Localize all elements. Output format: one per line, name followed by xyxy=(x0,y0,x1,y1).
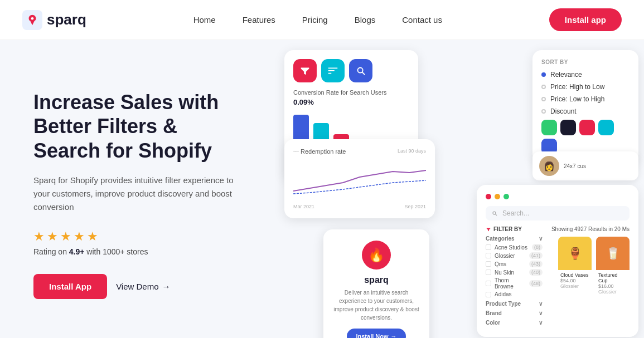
star-1: ★ xyxy=(33,229,45,244)
star-2: ★ xyxy=(47,229,58,244)
navbar: sparq Home Features Pricing Blogs Contac… xyxy=(0,0,644,40)
chart-pct: 0.09% xyxy=(293,98,409,106)
filter-col: FILTER BY Categories ∨ Acne Studios (8) … xyxy=(486,226,543,328)
product-brand-0: Glossier xyxy=(560,283,589,289)
logo-text: sparq xyxy=(47,11,86,28)
products-col: Showing 4927 Results in 20 Ms 🏺 Cloud Va… xyxy=(543,226,630,297)
logo[interactable]: sparq xyxy=(22,10,86,30)
swatch-2[interactable] xyxy=(579,120,595,135)
sort-radio-3 xyxy=(541,109,546,114)
window-dots xyxy=(486,194,630,199)
promo-card: 🔥 sparq Deliver an intuitive search expe… xyxy=(323,229,429,338)
avatar-badge: 👩 24x7 cus xyxy=(532,151,638,180)
product-price-1: $16.00 xyxy=(598,283,627,289)
filter-item-4[interactable]: Thom Browne (48) xyxy=(486,277,543,290)
product-name-0: Cloud Vases xyxy=(560,272,589,278)
nav-blogs[interactable]: Blogs xyxy=(355,15,376,25)
color-label: Color ∨ xyxy=(486,320,543,326)
nav-home[interactable]: Home xyxy=(193,15,216,25)
svg-point-0 xyxy=(31,17,34,19)
nav-install-button[interactable]: Install app xyxy=(549,8,622,31)
avatar: 👩 xyxy=(539,156,559,176)
avatar-label: 24x7 cus xyxy=(564,163,586,169)
hero-subtitle: Sparq for Shopify provides intuitive fil… xyxy=(33,174,245,214)
checkbox-0[interactable] xyxy=(486,244,491,250)
sort-title: SORT BY xyxy=(541,59,630,65)
swatch-0[interactable] xyxy=(541,120,557,135)
product-grid: 🏺 Cloud Vases $54.00 Glossier 🥛 Textured… xyxy=(558,237,630,297)
install-app-button[interactable]: Install App xyxy=(33,274,107,299)
nav-contact[interactable]: Contact us xyxy=(402,15,442,25)
search-icon-card xyxy=(349,59,372,82)
results-text: Showing 4927 Results in 20 Ms xyxy=(547,226,630,232)
svg-point-1 xyxy=(358,68,363,73)
sort-card: SORT BY Relevance Price: High to Low Pri… xyxy=(532,50,638,163)
arrow-icon: → xyxy=(162,282,171,291)
chevron-down-icon-2: ∨ xyxy=(539,301,543,307)
line-dates: Mar 2021 Sep 2021 xyxy=(293,204,426,209)
search-placeholder: Search... xyxy=(502,209,529,217)
line-chart-area xyxy=(293,160,426,199)
product-brand-1: Glossier xyxy=(598,289,627,295)
checkbox-1[interactable] xyxy=(486,253,491,258)
checkbox-4[interactable] xyxy=(486,281,491,286)
filter-panel-card: Search... FILTER BY Categories ∨ Acne St… xyxy=(477,185,638,337)
hero-right: Conversion Rate for Search Users 0.09% S… xyxy=(268,40,644,338)
product-price-0: $54.00 xyxy=(560,278,589,283)
chevron-down-icon-4: ∨ xyxy=(539,320,543,326)
chart-title: Conversion Rate for Search Users xyxy=(293,89,409,96)
sort-item-1[interactable]: Price: High to Low xyxy=(541,83,630,91)
sort-label-3: Discount xyxy=(550,107,577,115)
sort-radio-1 xyxy=(541,85,546,89)
checkbox-3[interactable] xyxy=(486,270,491,275)
dot-red xyxy=(486,194,491,199)
product-name-1: Textured Cup xyxy=(598,272,627,283)
sort-label-2: Price: Low to High xyxy=(550,95,604,103)
star-3: ★ xyxy=(60,229,71,244)
rating-text: Rating on 4.9+ with 1000+ stores xyxy=(33,247,245,256)
hero-section: Increase Sales with Better Filters & Sea… xyxy=(0,40,644,338)
product-img-0: 🏺 xyxy=(558,237,592,270)
filter-item-2[interactable]: Qms (43) xyxy=(486,261,543,267)
color-swatches xyxy=(541,120,630,154)
line-chart-title: 〰 Redemption rate Last 90 days xyxy=(293,148,426,155)
nav-features[interactable]: Features xyxy=(243,15,275,25)
filter-item-5[interactable]: Adidas xyxy=(486,291,543,297)
date-end: Sep 2021 xyxy=(404,204,426,209)
promo-install-button[interactable]: Install Now → xyxy=(347,329,405,338)
sort-label-0: Relevance xyxy=(550,71,582,79)
chevron-down-icon-3: ∨ xyxy=(539,310,543,316)
sort-item-0[interactable]: Relevance xyxy=(541,71,630,79)
filter-icon xyxy=(293,59,317,82)
checkbox-5[interactable] xyxy=(486,292,491,297)
categories-label: Categories ∨ xyxy=(486,236,543,242)
line-chart-card: 〰 Redemption rate Last 90 days Mar 2021 … xyxy=(284,139,435,218)
swatch-3[interactable] xyxy=(598,120,614,135)
sort-radio-0 xyxy=(541,72,546,77)
product-card-0: 🏺 Cloud Vases $54.00 Glossier xyxy=(558,237,592,297)
chevron-down-icon: ∨ xyxy=(539,236,543,242)
svg-line-4 xyxy=(496,214,497,216)
swatch-1[interactable] xyxy=(560,120,576,135)
filter-item-0[interactable]: Acne Studios (8) xyxy=(486,244,543,251)
nav-links: Home Features Pricing Blogs Contact us xyxy=(193,15,442,25)
sort-icon xyxy=(321,59,345,82)
logo-icon xyxy=(22,10,42,30)
checkbox-2[interactable] xyxy=(486,261,491,267)
cta-buttons: Install App View Demo → xyxy=(33,274,245,299)
filter-item-3[interactable]: Nu Skin (40) xyxy=(486,269,543,276)
filter-search-bar[interactable]: Search... xyxy=(486,206,630,221)
hero-left: Increase Sales with Better Filters & Sea… xyxy=(0,40,268,338)
svg-line-2 xyxy=(362,72,365,75)
promo-desc: Deliver an intuitive search experience t… xyxy=(332,288,420,322)
nav-pricing[interactable]: Pricing xyxy=(302,15,328,25)
filter-item-1[interactable]: Glossier (41) xyxy=(486,252,543,259)
star-5: ★ xyxy=(87,229,98,244)
sort-radio-2 xyxy=(541,97,546,101)
view-demo-button[interactable]: View Demo → xyxy=(116,282,170,291)
svg-point-3 xyxy=(493,212,496,214)
sort-item-2[interactable]: Price: Low to High xyxy=(541,95,630,103)
sort-item-3[interactable]: Discount xyxy=(541,107,630,115)
promo-icon: 🔥 xyxy=(362,241,391,270)
hero-title: Increase Sales with Better Filters & Sea… xyxy=(33,90,245,163)
